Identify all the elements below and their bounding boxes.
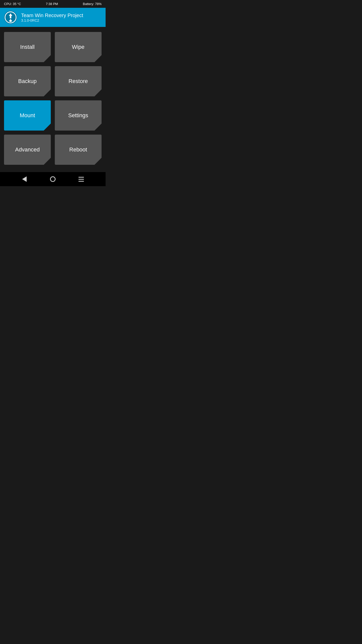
back-nav-button[interactable] [19,174,30,185]
advanced-button[interactable]: Advanced [4,135,51,165]
main-content: Install Wipe Backup Restore Mount Settin… [0,27,106,172]
backup-button[interactable]: Backup [4,66,51,96]
battery-status: Battery: 78% [83,2,102,6]
home-icon [50,176,56,182]
cpu-status: CPU: 35 °C [4,2,21,6]
button-row-4: Advanced Reboot [4,135,102,165]
settings-button[interactable]: Settings [55,100,102,131]
time-status: 7:38 PM [46,2,58,6]
button-row-1: Install Wipe [4,32,102,62]
navigation-bar [0,172,106,186]
install-button[interactable]: Install [4,32,51,62]
status-bar: CPU: 35 °C 7:38 PM Battery: 78% [0,0,106,8]
button-row-3: Mount Settings [4,100,102,131]
button-row-2: Backup Restore [4,66,102,96]
back-icon [22,176,27,182]
header-text-container: Team Win Recovery Project 3.1.0-0RC2 [21,13,83,22]
restore-button[interactable]: Restore [55,66,102,96]
menu-icon [78,177,84,182]
mount-button[interactable]: Mount [4,100,51,131]
menu-nav-button[interactable] [76,174,87,185]
wipe-button[interactable]: Wipe [55,32,102,62]
app-version: 3.1.0-0RC2 [21,18,83,22]
app-logo [4,11,17,24]
app-title: Team Win Recovery Project [21,13,83,18]
app-header: Team Win Recovery Project 3.1.0-0RC2 [0,8,106,27]
reboot-button[interactable]: Reboot [55,135,102,165]
home-nav-button[interactable] [47,174,58,185]
